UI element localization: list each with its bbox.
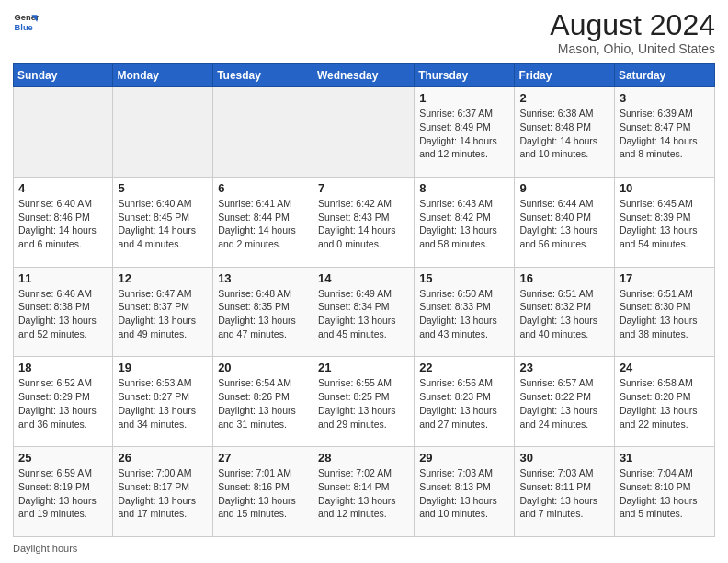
day-number: 7 (318, 181, 409, 195)
day-info: Sunrise: 7:03 AM Sunset: 8:13 PM Dayligh… (419, 466, 509, 521)
day-info: Sunrise: 7:00 AM Sunset: 8:17 PM Dayligh… (118, 466, 208, 521)
calendar-cell: 21Sunrise: 6:55 AM Sunset: 8:25 PM Dayli… (313, 357, 414, 447)
day-number: 28 (318, 451, 409, 465)
calendar-cell: 30Sunrise: 7:03 AM Sunset: 8:11 PM Dayli… (515, 447, 614, 537)
calendar-cell: 5Sunrise: 6:40 AM Sunset: 8:45 PM Daylig… (113, 177, 213, 267)
calendar-cell: 22Sunrise: 6:56 AM Sunset: 8:23 PM Dayli… (415, 357, 515, 447)
day-number: 16 (519, 271, 609, 285)
day-info: Sunrise: 6:50 AM Sunset: 8:33 PM Dayligh… (419, 287, 509, 341)
day-number: 31 (620, 451, 710, 465)
calendar-table: SundayMondayTuesdayWednesdayThursdayFrid… (13, 63, 715, 537)
daylight-label: Daylight hours (13, 543, 77, 554)
calendar-cell: 14Sunrise: 6:49 AM Sunset: 8:34 PM Dayli… (313, 267, 414, 357)
calendar-cell: 16Sunrise: 6:51 AM Sunset: 8:32 PM Dayli… (515, 267, 614, 357)
day-info: Sunrise: 6:49 AM Sunset: 8:34 PM Dayligh… (318, 287, 409, 341)
calendar-cell: 3Sunrise: 6:39 AM Sunset: 8:47 PM Daylig… (614, 87, 714, 178)
day-number: 15 (419, 271, 509, 285)
calendar-cell: 12Sunrise: 6:47 AM Sunset: 8:37 PM Dayli… (113, 267, 213, 357)
day-info: Sunrise: 6:39 AM Sunset: 8:47 PM Dayligh… (620, 107, 710, 161)
day-info: Sunrise: 6:52 AM Sunset: 8:29 PM Dayligh… (18, 376, 108, 431)
day-number: 8 (419, 181, 509, 195)
day-info: Sunrise: 6:40 AM Sunset: 8:45 PM Dayligh… (118, 197, 208, 251)
footer-note: Daylight hours (13, 543, 715, 554)
day-info: Sunrise: 6:51 AM Sunset: 8:32 PM Dayligh… (519, 287, 609, 341)
dow-friday: Friday (515, 64, 614, 87)
day-number: 6 (218, 181, 308, 195)
day-info: Sunrise: 6:42 AM Sunset: 8:43 PM Dayligh… (318, 197, 409, 251)
day-info: Sunrise: 6:47 AM Sunset: 8:37 PM Dayligh… (118, 287, 208, 341)
calendar-cell: 17Sunrise: 6:51 AM Sunset: 8:30 PM Dayli… (614, 267, 714, 357)
day-number: 4 (18, 181, 108, 195)
calendar-cell: 19Sunrise: 6:53 AM Sunset: 8:27 PM Dayli… (113, 357, 213, 447)
day-info: Sunrise: 7:03 AM Sunset: 8:11 PM Dayligh… (519, 466, 609, 521)
calendar-cell (213, 87, 313, 178)
calendar-cell: 9Sunrise: 6:44 AM Sunset: 8:40 PM Daylig… (515, 177, 614, 267)
subtitle: Mason, Ohio, United States (550, 41, 715, 56)
day-info: Sunrise: 6:45 AM Sunset: 8:39 PM Dayligh… (620, 197, 710, 251)
logo-icon: General Blue (13, 9, 39, 35)
day-number: 18 (18, 361, 108, 374)
calendar-cell: 29Sunrise: 7:03 AM Sunset: 8:13 PM Dayli… (415, 447, 515, 537)
day-number: 21 (318, 361, 409, 374)
calendar-cell: 31Sunrise: 7:04 AM Sunset: 8:10 PM Dayli… (614, 447, 714, 537)
logo: General Blue (13, 9, 39, 35)
day-number: 1 (419, 91, 509, 105)
calendar-cell: 1Sunrise: 6:37 AM Sunset: 8:49 PM Daylig… (415, 87, 515, 178)
day-info: Sunrise: 6:40 AM Sunset: 8:46 PM Dayligh… (18, 197, 108, 251)
calendar-cell (113, 87, 213, 178)
calendar-cell: 2Sunrise: 6:38 AM Sunset: 8:48 PM Daylig… (515, 87, 614, 178)
calendar-week-3: 11Sunrise: 6:46 AM Sunset: 8:38 PM Dayli… (14, 267, 715, 357)
calendar-cell: 8Sunrise: 6:43 AM Sunset: 8:42 PM Daylig… (415, 177, 515, 267)
dow-thursday: Thursday (415, 64, 515, 87)
dow-saturday: Saturday (614, 64, 714, 87)
svg-text:Blue: Blue (15, 23, 33, 32)
day-number: 17 (620, 271, 710, 285)
day-info: Sunrise: 6:41 AM Sunset: 8:44 PM Dayligh… (218, 197, 308, 251)
calendar-week-5: 25Sunrise: 6:59 AM Sunset: 8:19 PM Dayli… (14, 447, 715, 537)
day-number: 30 (519, 451, 609, 465)
dow-wednesday: Wednesday (313, 64, 414, 87)
day-info: Sunrise: 6:57 AM Sunset: 8:22 PM Dayligh… (519, 376, 609, 431)
day-info: Sunrise: 6:44 AM Sunset: 8:40 PM Dayligh… (519, 197, 609, 251)
day-info: Sunrise: 6:56 AM Sunset: 8:23 PM Dayligh… (419, 376, 509, 431)
day-info: Sunrise: 6:37 AM Sunset: 8:49 PM Dayligh… (419, 107, 509, 161)
day-number: 11 (18, 271, 108, 285)
calendar-cell: 10Sunrise: 6:45 AM Sunset: 8:39 PM Dayli… (614, 177, 714, 267)
day-info: Sunrise: 6:59 AM Sunset: 8:19 PM Dayligh… (18, 466, 108, 521)
dow-sunday: Sunday (14, 64, 113, 87)
day-info: Sunrise: 6:54 AM Sunset: 8:26 PM Dayligh… (218, 376, 308, 431)
day-number: 24 (620, 361, 710, 374)
day-number: 22 (419, 361, 509, 374)
day-info: Sunrise: 6:48 AM Sunset: 8:35 PM Dayligh… (218, 287, 308, 341)
dow-monday: Monday (113, 64, 213, 87)
day-info: Sunrise: 6:38 AM Sunset: 8:48 PM Dayligh… (519, 107, 609, 161)
day-info: Sunrise: 6:55 AM Sunset: 8:25 PM Dayligh… (318, 376, 409, 431)
calendar-cell: 27Sunrise: 7:01 AM Sunset: 8:16 PM Dayli… (213, 447, 313, 537)
day-number: 23 (519, 361, 609, 374)
day-number: 20 (218, 361, 308, 374)
day-number: 10 (620, 181, 710, 195)
day-number: 5 (118, 181, 208, 195)
day-number: 29 (419, 451, 509, 465)
calendar-cell (14, 87, 113, 178)
calendar-cell: 11Sunrise: 6:46 AM Sunset: 8:38 PM Dayli… (14, 267, 113, 357)
calendar-week-4: 18Sunrise: 6:52 AM Sunset: 8:29 PM Dayli… (14, 357, 715, 447)
day-info: Sunrise: 6:51 AM Sunset: 8:30 PM Dayligh… (620, 287, 710, 341)
day-number: 19 (118, 361, 208, 374)
day-number: 2 (519, 91, 609, 105)
day-number: 27 (218, 451, 308, 465)
page-header: General Blue August 2024 Mason, Ohio, Un… (13, 9, 715, 56)
calendar-cell: 15Sunrise: 6:50 AM Sunset: 8:33 PM Dayli… (415, 267, 515, 357)
main-title: August 2024 (550, 9, 715, 41)
calendar-cell (313, 87, 414, 178)
day-info: Sunrise: 7:02 AM Sunset: 8:14 PM Dayligh… (318, 466, 409, 521)
calendar-week-2: 4Sunrise: 6:40 AM Sunset: 8:46 PM Daylig… (14, 177, 715, 267)
calendar-body: 1Sunrise: 6:37 AM Sunset: 8:49 PM Daylig… (14, 87, 715, 537)
day-info: Sunrise: 7:04 AM Sunset: 8:10 PM Dayligh… (620, 466, 710, 521)
day-number: 9 (519, 181, 609, 195)
calendar-cell: 23Sunrise: 6:57 AM Sunset: 8:22 PM Dayli… (515, 357, 614, 447)
calendar-cell: 4Sunrise: 6:40 AM Sunset: 8:46 PM Daylig… (14, 177, 113, 267)
day-number: 25 (18, 451, 108, 465)
title-block: August 2024 Mason, Ohio, United States (550, 9, 715, 56)
day-info: Sunrise: 6:58 AM Sunset: 8:20 PM Dayligh… (620, 376, 710, 431)
